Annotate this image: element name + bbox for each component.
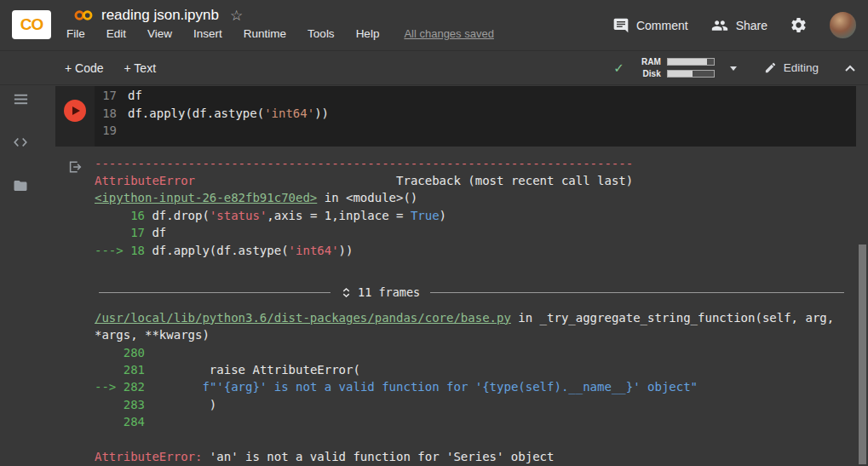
menu-view[interactable]: View (147, 27, 172, 40)
add-code-button[interactable]: + Code (65, 61, 104, 75)
output-text-segment: 284 (95, 415, 152, 429)
editor-code-line[interactable]: 17df (95, 87, 856, 105)
frames-separator: 11 frames (95, 284, 848, 301)
output-text-segment: True (411, 209, 440, 222)
ram-usage-bar (667, 58, 715, 66)
output-line: 284 (95, 413, 848, 430)
output-text-segment: --> 282 (95, 380, 145, 394)
output-text-segment: <module>() (346, 191, 417, 204)
output-text-segment: 'status' (210, 209, 267, 222)
add-text-button[interactable]: + Text (124, 61, 157, 75)
editor-code-line[interactable]: 19 (95, 122, 856, 140)
disk-label: Disk (638, 69, 661, 78)
resource-dropdown-caret-icon[interactable] (728, 64, 739, 72)
output-text-segment: ----------------------------------------… (95, 157, 633, 170)
output-text-segment: AttributeError: (95, 450, 202, 463)
output-text-segment: df.drop( (152, 209, 209, 222)
run-cell-button-error[interactable] (64, 100, 86, 122)
menu-help[interactable]: Help (356, 27, 380, 40)
output-line: <ipython-input-26-e82fb91c70ed> in <modu… (95, 189, 848, 206)
cell-gutter (55, 86, 95, 147)
user-avatar[interactable] (830, 12, 856, 38)
ram-bar-fill (668, 59, 707, 65)
traceback-link[interactable]: /usr/local/lib/python3.6/dist-packages/p… (95, 311, 511, 325)
menu-insert[interactable]: Insert (193, 27, 222, 40)
connected-check-icon: ✓ (613, 60, 624, 76)
output-line: AttributeError Traceback (most recent ca… (95, 172, 848, 189)
play-triangle-icon (72, 106, 80, 115)
menu-tools[interactable]: Tools (308, 27, 335, 40)
left-sidebar-rail (0, 86, 55, 466)
output-text-segment: )) (339, 244, 354, 257)
cell-output-icon (67, 159, 95, 175)
code-segment: 'int64' (264, 105, 314, 123)
share-button[interactable]: Share (710, 17, 767, 34)
ram-label: RAM (638, 57, 661, 66)
notebook-toolbar: + Code + Text ✓ RAM Disk Editing (0, 51, 868, 85)
table-of-contents-icon[interactable] (11, 89, 30, 108)
editing-mode-indicator[interactable]: Editing (764, 61, 819, 74)
autosave-status[interactable]: All changes saved (404, 27, 494, 40)
editor-line-number: 19 (95, 122, 117, 140)
traceback-output: ----------------------------------------… (95, 155, 868, 466)
output-text-segment: 17 (95, 226, 152, 239)
colab-infinity-icon (73, 9, 94, 22)
menu-file[interactable]: File (66, 27, 85, 40)
output-gutter (55, 155, 95, 466)
cell-output: ----------------------------------------… (55, 155, 868, 466)
pencil-icon (764, 61, 777, 74)
menu-bar: FileEditViewInsertRuntimeToolsHelp All c… (66, 27, 494, 40)
editor-line-number: 17 (95, 87, 117, 105)
output-line (95, 431, 848, 448)
output-line: 16 df.drop('status',axis = 1,inplace = T… (95, 207, 848, 224)
code-snippets-icon[interactable] (11, 133, 30, 152)
output-text-segment: in (317, 191, 346, 204)
output-text-segment: ,axis = 1,inplace = (267, 209, 411, 222)
output-text-segment: *args, **kwargs) (95, 328, 210, 342)
output-line: ----------------------------------------… (95, 155, 848, 172)
disk-usage-bar (667, 70, 715, 78)
colab-logo[interactable]: CO (12, 10, 51, 39)
unfold-frames-icon (341, 286, 352, 299)
output-text-segment: df (152, 226, 166, 239)
editor-code-line[interactable]: 18df.apply(df.astype('int64')) (95, 105, 856, 123)
output-line: 17 df (95, 224, 848, 241)
output-text-segment: in (511, 311, 540, 325)
output-text-segment: _try_aggregate_string_function(self, arg… (540, 311, 835, 325)
output-text-segment: f"'{arg}' is not a valid function for '{… (202, 380, 698, 394)
traceback-link[interactable]: <ipython-input-26-e82fb91c70ed> (95, 191, 317, 204)
output-text-segment: ) (440, 209, 446, 222)
code-cell[interactable]: 17df18df.apply(df.astype('int64'))19 (55, 86, 856, 147)
output-line (95, 259, 848, 276)
output-text-segment: 281 (95, 363, 145, 377)
output-line: 281 raise AttributeError( (95, 361, 848, 378)
frames-toggle[interactable]: 11 frames (331, 284, 430, 301)
files-folder-icon[interactable] (11, 176, 30, 195)
star-icon[interactable]: ☆ (230, 7, 243, 25)
resource-monitor[interactable]: RAM Disk (638, 57, 715, 78)
output-text-segment: raise AttributeError( (145, 363, 360, 377)
comment-label: Comment (636, 19, 688, 32)
output-line: /usr/local/lib/python3.6/dist-packages/p… (95, 309, 848, 326)
output-text-segment: df.apply(df.astype( (152, 244, 288, 257)
frames-separator-line-right (430, 292, 844, 293)
output-line: 280 (95, 344, 848, 361)
collapse-header-chevron-icon[interactable] (842, 62, 858, 74)
settings-gear-icon[interactable] (790, 16, 808, 34)
menu-runtime[interactable]: Runtime (244, 27, 286, 40)
share-people-icon (710, 17, 729, 34)
comment-button[interactable]: Comment (612, 17, 688, 34)
output-text-segment: 283 (95, 398, 145, 411)
output-text-segment (145, 380, 202, 394)
share-label: Share (736, 19, 767, 32)
menu-edit[interactable]: Edit (106, 27, 126, 40)
output-line: AttributeError: 'an' is not a valid func… (95, 448, 848, 465)
frames-separator-line-left (99, 292, 331, 293)
notebook-title[interactable]: reading json.ipynb (101, 7, 219, 24)
code-segment: df (128, 87, 142, 105)
vertical-scrollbar[interactable] (859, 245, 866, 464)
code-editor[interactable]: 17df18df.apply(df.astype('int64'))19 (95, 86, 856, 147)
output-text-segment: 'an' is not a valid function for 'Series… (202, 450, 554, 463)
editor-line-number: 18 (95, 105, 117, 123)
editing-label: Editing (784, 61, 819, 74)
